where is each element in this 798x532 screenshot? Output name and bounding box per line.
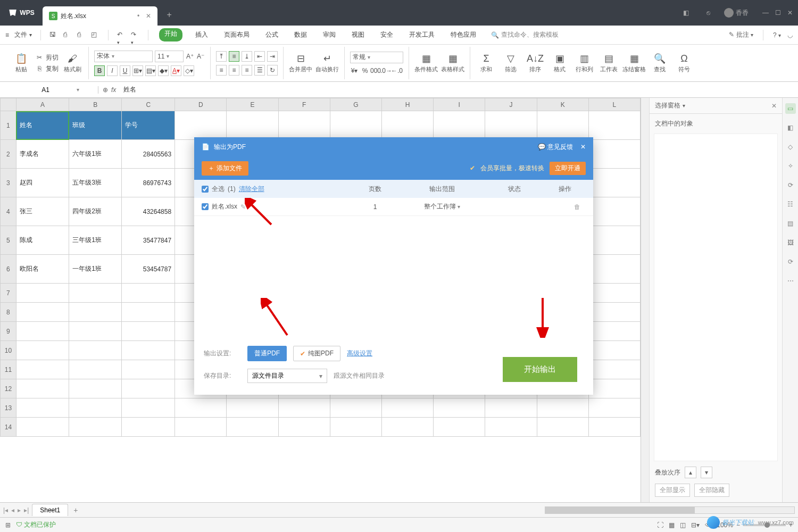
formula-value[interactable]: 姓名 <box>120 85 139 94</box>
save-icon[interactable]: 🖫 <box>49 31 58 39</box>
start-export-button[interactable]: 开始输出 <box>503 357 577 382</box>
justify-icon[interactable]: ☰ <box>254 65 265 76</box>
vertical-scrollbar[interactable] <box>641 98 649 502</box>
clear-all-link[interactable]: 清除全部 <box>239 185 264 194</box>
file-range[interactable]: 整个工作簿 ▾ <box>400 202 485 211</box>
sort-button[interactable]: A↓Z排序 <box>525 53 546 73</box>
tab-data[interactable]: 数据 <box>291 28 310 41</box>
advanced-settings-link[interactable]: 高级设置 <box>347 349 372 358</box>
view-page-icon[interactable]: ◫ <box>680 521 686 529</box>
minimize-icon[interactable]: — <box>762 9 769 16</box>
sheet-nav-last-icon[interactable]: ▸| <box>24 506 29 514</box>
number-format-select[interactable]: 常规▾ <box>350 52 403 63</box>
view-normal-icon[interactable]: ▦ <box>669 521 675 529</box>
sheet-nav-prev-icon[interactable]: ◂ <box>11 506 14 514</box>
wrap-text-button[interactable]: ↵自动换行 <box>315 53 339 73</box>
move-down-button[interactable]: ▾ <box>701 467 712 478</box>
align-middle-icon[interactable]: ≡ <box>229 51 239 62</box>
undo-icon[interactable]: ↶ ▾ <box>117 31 126 39</box>
format-painter-button[interactable]: 🖌格式刷 <box>62 53 83 73</box>
app-logo[interactable]: WPS <box>0 8 43 18</box>
maximize-icon[interactable]: ☐ <box>775 9 781 16</box>
close-window-icon[interactable]: ✕ <box>787 9 793 16</box>
delete-file-icon[interactable]: 🗑 <box>574 203 580 211</box>
bold-button[interactable]: B <box>94 65 105 76</box>
align-left-icon[interactable]: ≡ <box>216 65 227 76</box>
gift-icon[interactable]: ⎋ <box>702 6 714 19</box>
move-up-button[interactable]: ▴ <box>685 467 696 478</box>
filter-button[interactable]: ▽筛选 <box>500 53 521 73</box>
doc-protected-status[interactable]: 🛡 文档已保护 <box>16 520 56 529</box>
style-tool-icon[interactable]: ◧ <box>785 122 796 133</box>
comma-icon[interactable]: 000 <box>371 66 380 75</box>
tab-view[interactable]: 视图 <box>348 28 368 41</box>
redo-icon[interactable]: ↷ ▾ <box>131 31 139 39</box>
highlight-button[interactable]: ◇▾ <box>184 65 194 76</box>
image-tool-icon[interactable]: 🖼 <box>785 237 796 248</box>
paste-button[interactable]: 📋粘贴 <box>11 53 32 73</box>
preview-icon[interactable]: ◰ <box>91 31 99 39</box>
sheet-tab[interactable]: Sheet1 <box>32 504 68 516</box>
new-tab-button[interactable]: + <box>161 6 178 23</box>
tab-start[interactable]: 开始 <box>159 28 182 41</box>
align-right-icon[interactable]: ≡ <box>242 65 252 76</box>
percent-icon[interactable]: % <box>361 66 369 75</box>
align-bottom-icon[interactable]: ⤓ <box>242 51 252 62</box>
format-button[interactable]: ▣格式 <box>549 53 570 73</box>
user-account[interactable]: 香香 <box>724 8 749 18</box>
more-tool-icon[interactable]: ⋯ <box>785 276 796 286</box>
cell-reference-input[interactable] <box>19 86 72 94</box>
merge-center-button[interactable]: ⊟合并居中 <box>289 53 312 73</box>
view-split-icon[interactable]: ⊟▾ <box>691 521 700 529</box>
increase-font-icon[interactable]: A⁺ <box>186 52 194 61</box>
underline-button[interactable]: U <box>120 65 130 76</box>
tab-review[interactable]: 审阅 <box>320 28 339 41</box>
backup-tool-icon[interactable]: ⟳ <box>785 256 796 267</box>
tab-special[interactable]: 特色应用 <box>447 28 479 41</box>
font-color-button[interactable]: A▾ <box>171 65 181 76</box>
indent-decrease-icon[interactable]: ⇤ <box>254 51 265 62</box>
cell-style-button[interactable]: ▤▾ <box>145 65 156 76</box>
tab-layout[interactable]: 页面布局 <box>221 28 253 41</box>
symbol-button[interactable]: Ω符号 <box>674 53 695 73</box>
show-all-button[interactable]: 全部显示 <box>655 484 690 497</box>
close-tab-icon[interactable]: ✕ <box>146 12 151 20</box>
rowcol-button[interactable]: ▥行和列 <box>573 53 595 73</box>
sheet-nav-first-icon[interactable]: |◂ <box>3 506 8 514</box>
pure-pdf-option[interactable]: ✔纯图PDF <box>293 346 340 361</box>
history-tool-icon[interactable]: ⟳ <box>785 180 796 190</box>
grid-mode-icon[interactable]: ⊞ <box>5 521 11 529</box>
indent-increase-icon[interactable]: ⇥ <box>267 51 278 62</box>
orientation-icon[interactable]: ↻ <box>267 65 278 76</box>
hide-all-button[interactable]: 全部隐藏 <box>694 484 729 497</box>
select-all-checkbox[interactable] <box>202 186 209 193</box>
file-checkbox[interactable] <box>202 203 209 210</box>
comment-button[interactable]: ✎ 批注 ▾ <box>729 30 753 39</box>
sum-button[interactable]: Σ求和 <box>476 53 497 73</box>
open-vip-button[interactable]: 立即开通 <box>550 162 586 175</box>
document-tab[interactable]: S 姓名.xlsx • ✕ <box>43 6 157 26</box>
add-sheet-button[interactable]: + <box>73 506 78 514</box>
window-layout-icon[interactable]: ◧ <box>679 6 692 19</box>
align-center-icon[interactable]: ≡ <box>229 65 239 76</box>
close-dialog-icon[interactable]: ✕ <box>580 143 586 151</box>
select-tool-icon[interactable]: ▭ <box>785 103 796 114</box>
table-style-button[interactable]: ▦表格样式 <box>441 53 464 73</box>
italic-button[interactable]: I <box>107 65 118 76</box>
save-dir-select[interactable]: 源文件目录▾ <box>247 369 327 383</box>
currency-icon[interactable]: ¥▾ <box>350 66 359 75</box>
file-menu[interactable]: 文件 ▾ <box>14 30 32 39</box>
tab-dev[interactable]: 开发工具 <box>406 28 438 41</box>
font-family-select[interactable]: 宋体▾ <box>94 51 153 62</box>
cut-button[interactable]: ✂剪切 <box>35 53 59 62</box>
tab-security[interactable]: 安全 <box>377 28 396 41</box>
file-row[interactable]: 姓名.xlsx ✎ 1 整个工作簿 ▾ 🗑 <box>194 198 593 216</box>
decimal-dec-icon[interactable]: ←.0 <box>393 66 401 75</box>
collapse-ribbon-icon[interactable]: ◡ <box>787 31 793 39</box>
name-box[interactable]: ▾ <box>0 86 98 94</box>
find-button[interactable]: 🔍查找 <box>649 53 670 73</box>
data-tool-icon[interactable]: ☷ <box>785 199 796 210</box>
fill-color-button[interactable]: ◆▾ <box>158 65 169 76</box>
form-tool-icon[interactable]: ▤ <box>785 218 796 229</box>
add-file-button[interactable]: ＋添加文件 <box>202 161 248 176</box>
